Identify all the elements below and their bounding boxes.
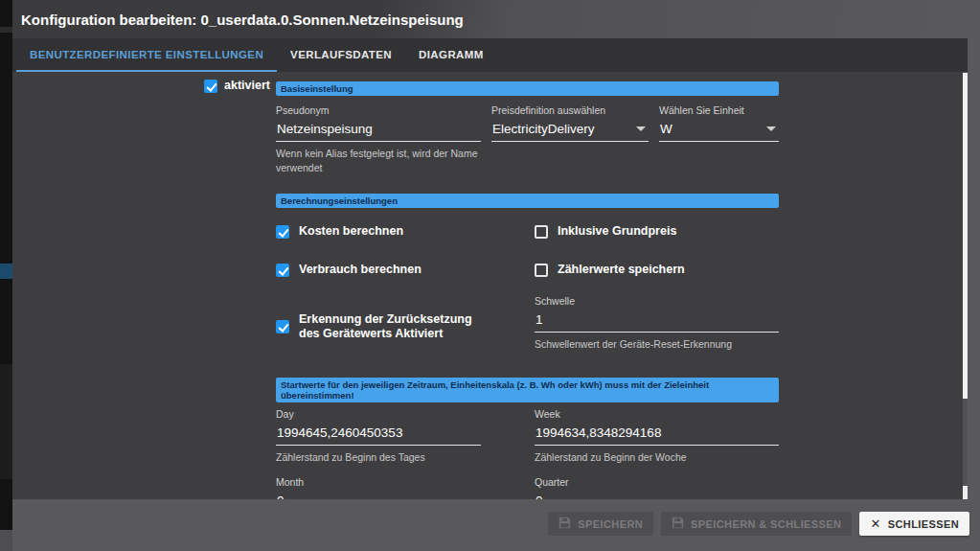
kosten-berechnen-row: Kosten berechnen: [276, 224, 481, 239]
dialog-title: Konfiguration bearbeiten: 0_userdata.0.S…: [21, 11, 464, 28]
zaehlerwerte-speichern-row: Zählerwerte speichern: [535, 263, 779, 277]
quarter-label: Quarter: [535, 476, 779, 488]
basic-settings-row: Pseudonym Netzeinspeisung Wenn kein Alia…: [276, 104, 779, 175]
day-value: 1994645,2460450353: [277, 425, 402, 440]
pseudonym-label: Pseudonym: [276, 104, 481, 116]
schwelle-label: Schwelle: [535, 295, 779, 307]
unit-value: W: [660, 122, 672, 136]
inklusive-grundpreis-row: Inklusive Grundpreis: [535, 224, 779, 239]
dialog-footer: SPEICHERN SPEICHERN & SCHLIESSEN ✕ SCHLI…: [12, 499, 980, 551]
inklusive-grundpreis-checkbox[interactable]: [535, 225, 548, 239]
save-icon: [672, 517, 684, 531]
verbrauch-berechnen-checkbox[interactable]: [276, 264, 289, 277]
verbrauch-berechnen-row: Verbrauch berechnen: [276, 263, 481, 277]
inklusive-grundpreis-label: Inklusive Grundpreis: [558, 224, 676, 239]
save-icon: [558, 517, 571, 531]
tab-label: VERLAUFSDATEN: [290, 49, 392, 60]
week-field: Week 1994634,8348294168 Zählerstand zu B…: [535, 408, 779, 465]
kosten-berechnen-checkbox[interactable]: [276, 225, 289, 239]
dialog-header: Konfiguration bearbeiten: 0_userdata.0.S…: [12, 0, 968, 38]
unit-select[interactable]: W: [659, 116, 779, 142]
chevron-down-icon: [766, 126, 776, 131]
enabled-row: aktiviert: [204, 79, 270, 93]
section-header-startwerte: Startwerte für den jeweiligen Zeitraum, …: [276, 378, 779, 402]
price-definition-select[interactable]: ElectricityDelivery: [491, 116, 649, 142]
backdrop-fragment: [0, 530, 12, 551]
week-input[interactable]: 1994634,8348294168: [535, 420, 779, 446]
reset-erkennung-label: Erkennung der Zurücksetzung des Gerätewe…: [299, 312, 481, 341]
verbrauch-berechnen-label: Verbrauch berechnen: [299, 263, 422, 277]
dimmed-backdrop: [0, 0, 12, 551]
reset-erkennung-row: Erkennung der Zurücksetzung des Gerätewe…: [276, 301, 481, 352]
tab-benutzerdefinierte-einstellungen[interactable]: BENUTZERDEFINIERTE EINSTELLUNGEN: [16, 38, 277, 72]
close-icon: ✕: [870, 517, 880, 531]
chevron-down-icon: [636, 126, 646, 131]
day-input[interactable]: 1994645,2460450353: [276, 420, 481, 446]
schwelle-value: 1: [536, 312, 543, 327]
zaehlerwerte-speichern-checkbox[interactable]: [535, 264, 548, 277]
pseudonym-input[interactable]: Netzeinspeisung: [276, 116, 481, 142]
calculation-options: Kosten berechnen Inklusive Grundpreis Ve…: [276, 224, 779, 352]
speichern-und-schliessen-button[interactable]: SPEICHERN & SCHLIESSEN: [661, 512, 852, 536]
screen: Konfiguration bearbeiten: 0_userdata.0.S…: [0, 0, 980, 551]
price-definition-value: ElectricityDelivery: [492, 122, 595, 136]
schwelle-field: Schwelle 1 Schwellenwert der Geräte-Rese…: [535, 295, 779, 352]
schwelle-helper: Schwellenwert der Geräte-Reset-Erkennung: [535, 337, 779, 352]
zaehlerwerte-speichern-label: Zählerwerte speichern: [558, 263, 685, 277]
content-scrollbar[interactable]: [963, 72, 968, 499]
day-helper: Zählerstand zu Beginn des Tages: [276, 450, 481, 465]
settings-form: Basiseinstellung Pseudonym Netzeinspeisu…: [276, 72, 779, 499]
schliessen-label: SCHLIESSEN: [888, 518, 959, 530]
backdrop-fragment: [0, 364, 12, 479]
unit-field: Wählen Sie Einheit W: [659, 104, 779, 175]
aktiviert-checkbox[interactable]: [204, 80, 217, 93]
startwerte-row-1: Day 1994645,2460450353 Zählerstand zu Be…: [276, 408, 779, 465]
speichern-button[interactable]: SPEICHERN: [548, 512, 653, 536]
section-header-berechnungseinstellungen: Berechnungseinstellungen: [276, 194, 779, 208]
pseudonym-helper: Wenn kein Alias festgelegt ist, wird der…: [276, 147, 481, 175]
week-helper: Zählerstand zu Beginn der Woche: [535, 450, 779, 465]
reset-erkennung-checkbox[interactable]: [276, 320, 289, 333]
startwerte-row-2: Month 0 Zählerstand am Monatsanfang Quar…: [276, 476, 779, 499]
schwelle-input[interactable]: 1: [535, 307, 779, 333]
tab-diagramm[interactable]: DIAGRAMM: [405, 38, 497, 72]
week-label: Week: [535, 408, 779, 420]
scrollbar-down-button[interactable]: [963, 486, 968, 499]
scrollbar-thumb[interactable]: [963, 73, 968, 399]
unit-label: Wählen Sie Einheit: [659, 104, 779, 116]
pseudonym-value: Netzeinspeisung: [277, 122, 373, 136]
backdrop-fragment: [0, 27, 12, 33]
speichern-label: SPEICHERN: [578, 518, 643, 530]
tab-bar: BENUTZERDEFINIERTE EINSTELLUNGEN VERLAUF…: [12, 38, 968, 72]
footer-buttons: SPEICHERN SPEICHERN & SCHLIESSEN ✕ SCHLI…: [548, 512, 969, 536]
month-label: Month: [276, 476, 481, 488]
speichern-und-schliessen-label: SPEICHERN & SCHLIESSEN: [691, 518, 841, 530]
pseudonym-field: Pseudonym Netzeinspeisung Wenn kein Alia…: [276, 104, 481, 175]
schliessen-button[interactable]: ✕ SCHLIESSEN: [859, 512, 969, 536]
price-definition-label: Preisdefinition auswählen: [491, 104, 649, 116]
outer-dialog: Konfiguration bearbeiten: 0_userdata.0.S…: [12, 0, 980, 551]
day-field: Day 1994645,2460450353 Zählerstand zu Be…: [276, 408, 481, 465]
section-header-basiseinstellung: Basiseinstellung: [276, 81, 779, 96]
config-dialog: Konfiguration bearbeiten: 0_userdata.0.S…: [12, 0, 968, 499]
week-value: 1994634,8348294168: [536, 425, 661, 440]
tab-label: DIAGRAMM: [419, 49, 484, 60]
month-input[interactable]: 0: [276, 488, 481, 499]
price-definition-field: Preisdefinition auswählen ElectricityDel…: [491, 104, 649, 175]
month-field: Month 0 Zählerstand am Monatsanfang: [276, 476, 481, 499]
backdrop-fragment: [0, 264, 12, 279]
dialog-content: aktiviert Basiseinstellung Pseudonym Net…: [12, 72, 968, 499]
tab-verlaufsdaten[interactable]: VERLAUFSDATEN: [277, 38, 405, 72]
quarter-field: Quarter 0 Zählerstand zu Beginn des Quar…: [535, 476, 779, 499]
tab-label: BENUTZERDEFINIERTE EINSTELLUNGEN: [30, 49, 263, 60]
quarter-input[interactable]: 0: [535, 488, 779, 499]
kosten-berechnen-label: Kosten berechnen: [299, 224, 403, 239]
aktiviert-label: aktiviert: [224, 79, 270, 93]
day-label: Day: [276, 408, 481, 420]
